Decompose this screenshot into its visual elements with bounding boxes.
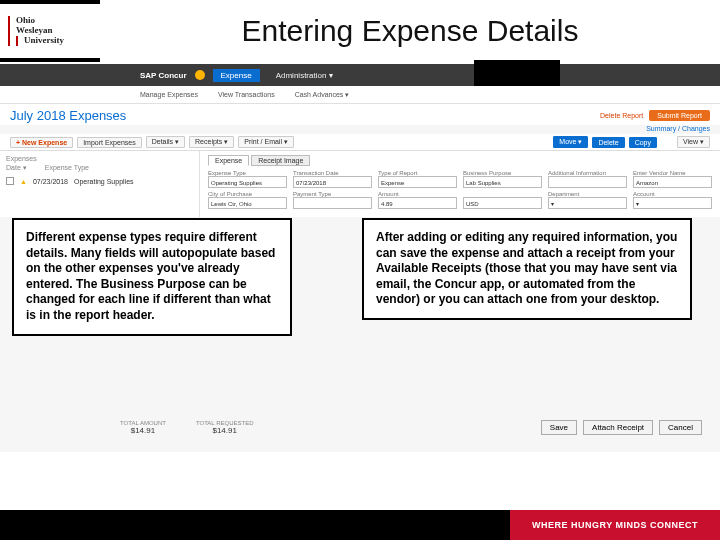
- field-currency[interactable]: USD: [463, 197, 542, 209]
- cell-date: 07/23/2018: [33, 178, 68, 185]
- field-department[interactable]: ▾: [548, 197, 627, 209]
- move-button[interactable]: Move ▾: [553, 136, 588, 148]
- view-button[interactable]: View ▾: [677, 136, 710, 148]
- field-amount[interactable]: 4.89: [378, 197, 457, 209]
- subnav-transactions[interactable]: View Transactions: [218, 91, 275, 98]
- col-type[interactable]: Expense Type: [45, 164, 89, 172]
- delete-report-link[interactable]: Delete Report: [600, 112, 643, 119]
- save-button[interactable]: Save: [541, 420, 577, 435]
- total-requested-value: $14.91: [196, 426, 254, 435]
- field-transaction-date[interactable]: 07/23/2018: [293, 176, 372, 188]
- field-expense-type[interactable]: Operating Supplies: [208, 176, 287, 188]
- expenses-table: Expenses Date ▾ Expense Type ▲ 07/23/201…: [0, 151, 200, 217]
- alert-icon: ▲: [20, 178, 27, 185]
- annotation-left: Different expense types require differen…: [12, 218, 292, 336]
- delete-button[interactable]: Delete: [592, 137, 624, 148]
- concur-top-bar: SAP Concur Expense Administration ▾: [0, 64, 720, 86]
- print-button[interactable]: Print / Email ▾: [238, 136, 294, 148]
- ohio-wesleyan-logo: Ohio Wesleyan University: [0, 0, 100, 62]
- field-payment-type[interactable]: [293, 197, 372, 209]
- footer-tagline: WHERE HUNGRY MINDS CONNECT: [510, 510, 720, 540]
- field-vendor[interactable]: Amazon: [633, 176, 712, 188]
- form-tab-expense[interactable]: Expense: [208, 155, 249, 166]
- concur-brand: SAP Concur: [140, 71, 187, 80]
- redaction-block: [474, 60, 560, 86]
- field-report-type[interactable]: Expense: [378, 176, 457, 188]
- summary-link[interactable]: Summary / Changes: [0, 125, 720, 134]
- tab-administration[interactable]: Administration ▾: [268, 69, 341, 82]
- logo-line-3: University: [16, 36, 92, 46]
- white-band: [0, 452, 720, 510]
- subnav-cash-advances[interactable]: Cash Advances ▾: [295, 91, 350, 99]
- total-amount-value: $14.91: [120, 426, 166, 435]
- import-button[interactable]: Import Expenses: [77, 137, 142, 148]
- form-actions: Save Attach Receipt Cancel: [541, 420, 702, 435]
- details-button[interactable]: Details ▾: [146, 136, 185, 148]
- concur-badge-icon: [195, 70, 205, 80]
- subnav-manage[interactable]: Manage Expenses: [140, 91, 198, 98]
- report-title: July 2018 Expenses: [10, 108, 126, 123]
- new-expense-button[interactable]: + New Expense: [10, 137, 73, 148]
- footer-bar: [0, 510, 510, 540]
- report-header: July 2018 Expenses Delete Report Submit …: [0, 104, 720, 125]
- attach-receipt-button[interactable]: Attach Receipt: [583, 420, 653, 435]
- form-tab-receipt[interactable]: Receipt Image: [251, 155, 310, 166]
- slide-header: Ohio Wesleyan University Entering Expens…: [0, 0, 720, 64]
- toolbar: + New Expense Import Expenses Details ▾ …: [0, 134, 720, 150]
- expense-form: Expense Receipt Image Expense TypeOperat…: [200, 151, 720, 217]
- field-account[interactable]: ▾: [633, 197, 712, 209]
- slide-footer: WHERE HUNGRY MINDS CONNECT: [0, 510, 720, 540]
- col-date[interactable]: Date ▾: [6, 164, 27, 172]
- table-row[interactable]: ▲ 07/23/2018 Operating Supplies: [6, 175, 193, 187]
- copy-button[interactable]: Copy: [629, 137, 657, 148]
- tab-expense[interactable]: Expense: [213, 69, 260, 82]
- content-panel: Expenses Date ▾ Expense Type ▲ 07/23/201…: [0, 150, 720, 217]
- field-business-purpose[interactable]: Lab Supplies: [463, 176, 542, 188]
- totals-bar: TOTAL AMOUNT$14.91 TOTAL REQUESTED$14.91: [120, 420, 253, 435]
- receipts-button[interactable]: Receipts ▾: [189, 136, 234, 148]
- row-checkbox[interactable]: [6, 177, 14, 185]
- concur-subnav: Manage Expenses View Transactions Cash A…: [0, 86, 720, 104]
- field-city[interactable]: Lewis Ctr, Ohio: [208, 197, 287, 209]
- field-additional-info[interactable]: [548, 176, 627, 188]
- slide-title: Entering Expense Details: [100, 0, 720, 62]
- annotation-right: After adding or editing any required inf…: [362, 218, 692, 320]
- cancel-button[interactable]: Cancel: [659, 420, 702, 435]
- cell-type: Operating Supplies: [74, 178, 134, 185]
- submit-report-button[interactable]: Submit Report: [649, 110, 710, 121]
